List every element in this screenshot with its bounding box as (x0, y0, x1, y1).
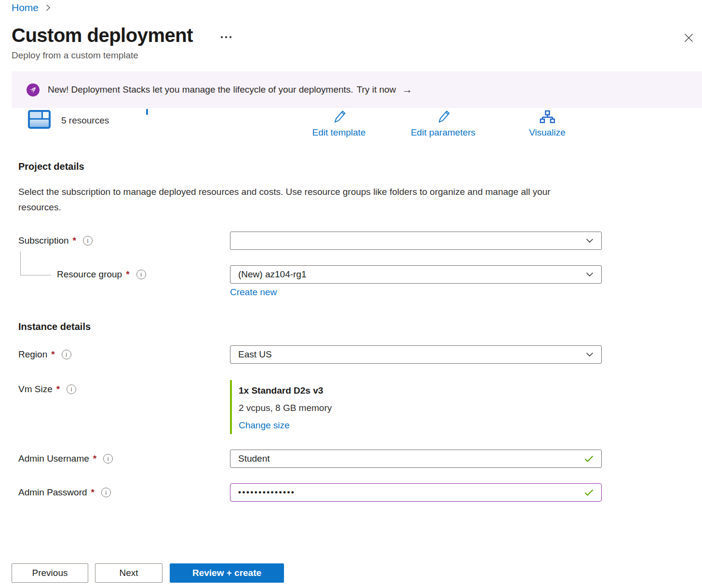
subscription-label: Subscription* (18, 232, 93, 250)
breadcrumb-chevron-icon (45, 4, 51, 12)
template-icon (28, 110, 51, 129)
admin-password-label: Admin Password* (18, 483, 111, 502)
instance-details-heading: Instance details (18, 321, 91, 332)
breadcrumb-home-link[interactable]: Home (12, 2, 39, 14)
info-icon[interactable] (103, 454, 113, 464)
resource-count: 5 resources (61, 115, 109, 126)
label-text: Admin Username (18, 453, 89, 464)
required-asterisk: * (51, 349, 54, 360)
label-text: Region (18, 349, 47, 360)
edit-parameters-button[interactable]: Edit parameters (405, 110, 482, 138)
region-value: East US (238, 349, 272, 360)
org-chart-icon (540, 110, 555, 125)
resource-group-dropdown[interactable]: (New) az104-rg1 (230, 265, 602, 284)
arrow-right-icon[interactable]: → (402, 84, 412, 96)
required-asterisk: * (126, 269, 129, 280)
valid-check-icon (584, 455, 594, 463)
admin-username-label: Admin Username* (18, 450, 113, 468)
previous-button[interactable]: Previous (12, 563, 88, 583)
deployment-stacks-banner: New! Deployment Stacks let you manage th… (12, 71, 702, 108)
info-icon[interactable] (101, 488, 111, 497)
admin-password-value: •••••••••••••• (238, 488, 295, 497)
subscription-dropdown[interactable] (230, 232, 602, 250)
vm-size-selected: 1x Standard D2s v3 (239, 382, 332, 399)
hierarchy-connector (20, 251, 51, 275)
required-asterisk: * (91, 487, 94, 498)
breadcrumb: Home (12, 2, 51, 14)
project-details-heading: Project details (18, 161, 84, 172)
vm-size-label: Vm Size* (18, 380, 76, 398)
close-icon[interactable] (681, 30, 696, 45)
vm-size-summary: 1x Standard D2s v3 2 vcpus, 8 GB memory … (230, 380, 332, 434)
required-asterisk: * (73, 235, 76, 246)
banner-try-it-now-link[interactable]: Try it now (357, 84, 396, 95)
chevron-down-icon (586, 352, 594, 357)
visualize-button[interactable]: Visualize (509, 110, 586, 138)
admin-password-input[interactable]: •••••••••••••• (230, 483, 602, 502)
info-icon[interactable] (62, 350, 71, 359)
pencil-icon (331, 110, 347, 125)
info-icon[interactable] (136, 270, 146, 279)
page-subtitle: Deploy from a custom template (12, 50, 138, 61)
toolbar-item-label: Edit template (312, 127, 366, 138)
info-icon[interactable] (67, 384, 76, 394)
admin-username-value: Student (238, 453, 270, 464)
clipped-element-artifact (146, 109, 148, 115)
chevron-down-icon (586, 272, 594, 277)
label-text: Resource group (57, 269, 122, 280)
valid-check-icon (584, 489, 594, 496)
more-options-icon[interactable] (219, 34, 233, 40)
chevron-down-icon (586, 238, 594, 243)
required-asterisk: * (93, 453, 96, 464)
edit-template-button[interactable]: Edit template (300, 110, 378, 138)
create-new-link[interactable]: Create new (230, 287, 277, 298)
toolbar-item-label: Edit parameters (411, 127, 475, 138)
toolbar-item-label: Visualize (529, 127, 566, 138)
project-details-description: Select the subscription to manage deploy… (18, 184, 582, 215)
rocket-icon (27, 83, 40, 96)
page-title: Custom deployment (12, 24, 193, 46)
pencil-icon (435, 110, 451, 125)
change-size-link[interactable]: Change size (239, 417, 290, 434)
banner-message: New! Deployment Stacks let you manage th… (48, 84, 353, 95)
label-text: Admin Password (18, 487, 87, 498)
custom-deployment-blade: Home Custom deployment Deploy from a cus… (0, 0, 702, 588)
label-text: Vm Size (18, 384, 53, 395)
info-icon[interactable] (83, 236, 93, 246)
resource-group-label: Resource group* (57, 265, 146, 284)
required-asterisk: * (56, 384, 60, 395)
region-dropdown[interactable]: East US (230, 345, 602, 364)
resource-group-value: (New) az104-rg1 (238, 269, 307, 280)
next-button[interactable]: Next (95, 563, 162, 583)
vm-size-specs: 2 vcpus, 8 GB memory (239, 399, 332, 417)
region-label: Region* (18, 345, 71, 364)
label-text: Subscription (18, 235, 69, 246)
review-create-button[interactable]: Review + create (170, 563, 284, 583)
admin-username-input[interactable]: Student (230, 450, 602, 468)
